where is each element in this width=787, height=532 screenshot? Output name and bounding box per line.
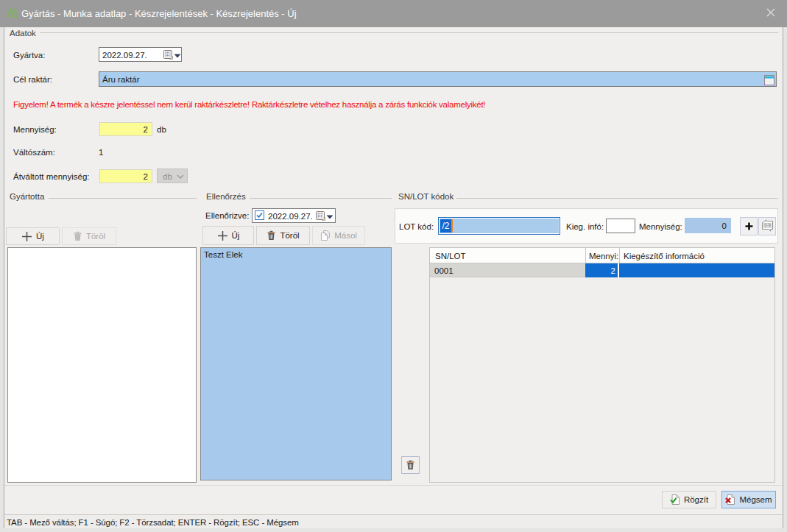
svg-text:0-9: 0-9 [764, 223, 771, 227]
